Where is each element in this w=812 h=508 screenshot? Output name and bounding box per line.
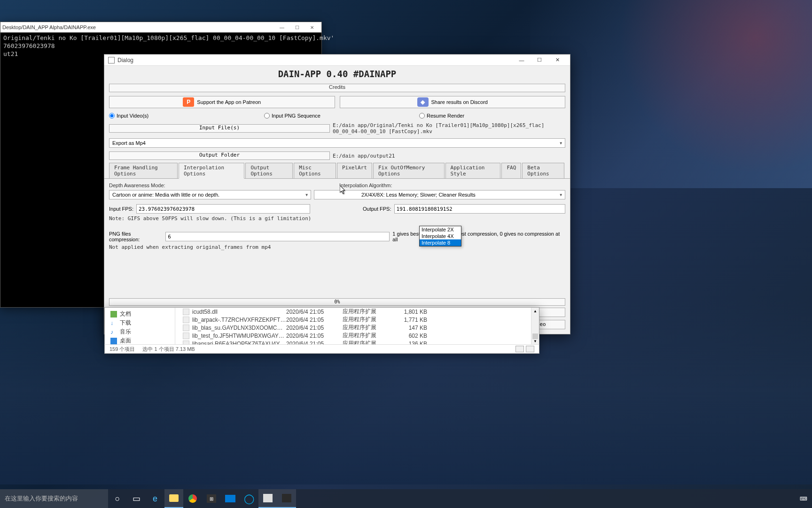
tab-misc[interactable]: Misc Options [294,163,336,178]
scrollbar[interactable]: ▲ ▼ [531,308,539,344]
maximize-button[interactable]: ☐ [289,23,304,32]
tab-faq[interactable]: FAQ [501,163,521,178]
console-titlebar[interactable]: Desktop/DAIN_APP Alpha/DAINAPP.exe — ☐ ✕ [0,22,321,32]
png-compression-field[interactable] [165,232,390,241]
input-path: E:/dain app/Original/Tenki no Ko [Traile… [333,122,565,135]
radio-input-png[interactable]: Input PNG Sequence [264,113,419,119]
downloads-icon: ↓ [110,320,117,326]
radio-resume-input[interactable] [419,113,425,119]
status-count: 159 个项目 [109,346,135,353]
status-selection: 选中 1 个项目 7.13 MB [142,346,195,353]
output-fps-label: Output FPS: [363,206,391,212]
discord-icon: ◆ [417,97,429,107]
close-button[interactable]: ✕ [304,23,320,32]
list-item[interactable]: lib_arpack-.T7ZRCHVXFRZEKPFTM2JZ...2020/… [175,316,539,324]
discord-label: Share results on Discord [431,99,488,105]
list-item[interactable]: icudt58.dll2020/6/4 21:05应用程序扩展1,801 KB [175,308,539,316]
dropdown-option-2x[interactable]: Interpolate 2X [420,226,461,233]
dainapp-dialog: Dialog — ☐ ✕ DAIN-APP 0.40 #DAINAPP Cred… [104,54,570,334]
explorer-statusbar: 159 个项目 选中 1 个项目 7.13 MB [104,344,539,354]
app-title: DAIN-APP 0.40 #DAINAPP [104,66,570,82]
desktop-icon [110,338,117,344]
explorer-icon[interactable] [164,489,183,508]
documents-icon [110,311,117,318]
depth-mode-select[interactable]: Cartoon or anime: Media with little or n… [109,190,311,199]
system-tray[interactable]: ⌨ [795,496,812,502]
store-icon[interactable]: ⊞ [202,489,221,508]
file-icon [183,317,189,323]
input-fps-label: Input FPS: [109,206,133,212]
view-grid-icon[interactable] [515,346,524,352]
task-view-icon[interactable]: ▭ [127,489,146,508]
file-icon [183,325,189,331]
input-files-button[interactable]: Input File(s) [109,124,330,133]
dropdown-option-4x[interactable]: Interpolate 4X [420,233,461,239]
tabs: Frame Handling Options Interpolation Opt… [104,163,570,179]
app2-icon[interactable] [277,489,296,508]
tab-beta[interactable]: Beta Options [522,163,564,178]
tab-pixelart[interactable]: PixelArt [337,163,372,178]
list-item[interactable]: lib_blas_su.GAYDLNX3DXOOMCP6K7...2020/6/… [175,324,539,332]
app-icon [108,57,115,64]
tab-oom[interactable]: Fix OutOfMemory Options [373,163,445,178]
depth-label: Depth Awareness Mode: [109,183,339,188]
close-button[interactable]: ✕ [548,56,566,65]
tab-content: Depth Awareness Mode: Interpolation Algo… [104,179,570,296]
tab-interpolation[interactable]: Interpolation Options [179,163,244,179]
tab-output[interactable]: Output Options [245,163,293,178]
list-item[interactable]: lib_test_fo.JF5HTWMUPBXWGAYEBVE...2020/6… [175,332,539,340]
view-list-icon[interactable] [526,346,534,352]
not-applied-note: Not applied when extracting original_fra… [109,244,565,250]
patreon-label: Support the App on Patreon [197,99,261,105]
interp-algorithm-select[interactable]: 2X/4X/8X: Less Memory; Slower; Cleaner R… [314,190,565,199]
sidebar-item-music[interactable]: ♪音乐 [105,327,175,336]
minimize-button[interactable]: — [513,56,531,65]
maximize-button[interactable]: ☐ [531,56,548,65]
minimize-button[interactable]: — [274,23,289,32]
output-path: E:/dain app/output21 [333,153,565,159]
cortana-icon[interactable]: ○ [108,489,127,508]
dropdown-option-8x[interactable]: Interpolate 8 [420,239,461,246]
skype-icon[interactable]: ◯ [240,489,258,508]
console-title: Desktop/DAIN_APP Alpha/DAINAPP.exe [2,24,274,30]
mail-icon[interactable] [221,489,240,508]
edge-icon[interactable]: e [146,489,164,508]
file-icon [183,309,189,315]
credits-button[interactable]: Credits [109,84,565,92]
discord-button[interactable]: ◆ Share results on Discord [340,96,566,108]
output-fps-field[interactable] [394,204,565,214]
search-input[interactable]: 在这里输入你要搜索的内容 [0,489,108,508]
patreon-button[interactable]: P Support the App on Patreon [109,96,335,108]
radio-input-video[interactable]: Input Video(s) [109,113,264,119]
taskbar: 在这里输入你要搜索的内容 ○ ▭ e ⊞ ◯ ⌨ [0,489,812,508]
cursor-icon [340,185,346,195]
tab-frame-handling[interactable]: Frame Handling Options [109,163,178,178]
dialog-titlebar[interactable]: Dialog — ☐ ✕ [104,55,570,66]
music-icon: ♪ [110,329,117,335]
radio-resume[interactable]: Resume Render [419,113,464,119]
export-format-select[interactable]: Export as Mp4 [109,138,565,148]
png-compression-label: PNG files compression: [109,231,163,242]
radio-input-video-input[interactable] [109,113,115,119]
scroll-down-icon[interactable]: ▼ [531,338,539,344]
sidebar-item-downloads[interactable]: ↓下载 [105,318,175,327]
interpolate-dropdown[interactable]: Interpolate 2X Interpolate 4X Interpolat… [419,226,461,246]
progress-bar: 0% [109,298,565,306]
output-folder-button[interactable]: Output Folder [109,151,330,160]
fps-note: Note: GIFS above 50FPS will slow down. (… [109,215,565,222]
chrome-icon[interactable] [183,489,202,508]
patreon-icon: P [183,97,194,107]
input-fps-field[interactable] [136,204,310,214]
file-icon [183,333,189,339]
dialog-title: Dialog [117,57,513,64]
radio-input-png-input[interactable] [264,113,270,119]
interp-label: Interpolation Algorithm: [339,183,392,188]
tray-ime-icon[interactable]: ⌨ [800,496,807,502]
tab-style[interactable]: Application Style [445,163,501,178]
sidebar-item-documents[interactable]: 文档 [105,310,175,318]
app1-icon[interactable] [258,489,277,508]
scroll-up-icon[interactable]: ▲ [531,308,539,314]
png-note: 1 gives best speed, 9 gives best compres… [392,231,565,242]
